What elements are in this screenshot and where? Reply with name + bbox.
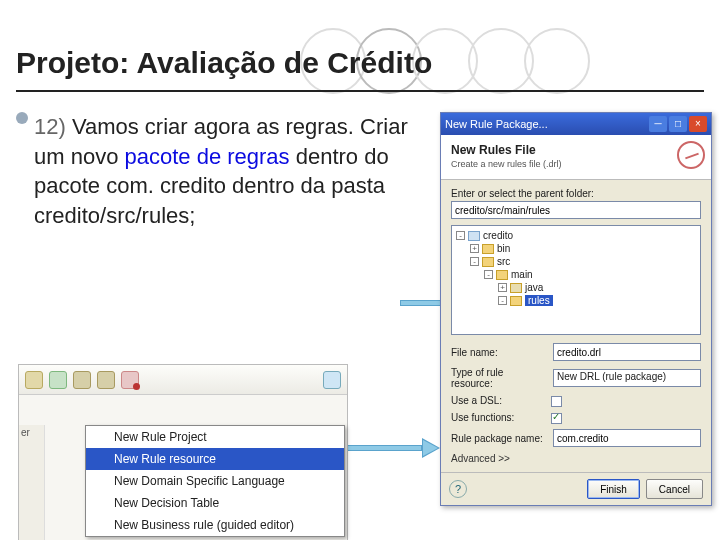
use-functions-label: Use functions: [451,412,547,423]
tree-toggle[interactable]: - [470,257,479,266]
package-icon [510,283,522,293]
folder-icon [510,296,522,306]
filename-input[interactable] [553,343,701,361]
tree-node-src[interactable]: src [497,256,510,267]
slide-title: Projeto: Avaliação de Crédito [16,46,432,80]
tree-node-java[interactable]: java [525,282,543,293]
drools-wizard-icon [677,141,705,169]
finish-button[interactable]: Finish [587,479,640,499]
advanced-toggle[interactable]: Advanced >> [451,453,701,464]
menu-item-new-decision-table[interactable]: New Decision Table [86,492,344,514]
toolbar-icon-2[interactable] [49,371,67,389]
side-fragment: er [19,425,45,540]
package-name-label: Rule package name: [451,433,547,444]
bullet-number: 12) [34,114,66,139]
eclipse-toolbar [19,365,347,395]
tree-toggle[interactable]: + [498,283,507,292]
wizard-header-subtitle: Create a new rules file (.drl) [451,159,701,169]
maximize-button[interactable]: □ [669,116,687,132]
minimize-button[interactable]: ─ [649,116,667,132]
tree-node-bin[interactable]: bin [497,243,510,254]
cancel-button[interactable]: Cancel [646,479,703,499]
parent-folder-label: Enter or select the parent folder: [451,188,701,199]
menu-item-new-rule-resource[interactable]: New Rule resource [86,448,344,470]
new-rule-package-dialog: New Rule Package... ─ □ × New Rules File… [440,112,712,506]
folder-tree[interactable]: -credito +bin -src -main +java -rules [451,225,701,335]
tree-toggle[interactable]: - [498,296,507,305]
dialog-title: New Rule Package... [445,118,647,130]
toolbar-drools-icon[interactable] [121,371,139,389]
tree-node-rules[interactable]: rules [525,295,553,306]
new-rule-context-menu: New Rule Project New Rule resource New D… [85,425,345,537]
tree-toggle[interactable]: - [456,231,465,240]
parent-folder-input[interactable] [451,201,701,219]
toolbar-open-icon[interactable] [323,371,341,389]
wizard-header: New Rules File Create a new rules file (… [441,135,711,180]
wizard-header-title: New Rules File [451,143,701,157]
tree-toggle[interactable]: + [470,244,479,253]
text-lead: Vamos criar agora as regras. [72,114,360,139]
rule-type-select[interactable]: New DRL (rule package) [553,369,701,387]
toolbar-icon-1[interactable] [25,371,43,389]
slide-body-text: 12) Vamos criar agora as regras. Criar u… [34,112,424,231]
filename-label: File name: [451,347,547,358]
menu-item-new-dsl[interactable]: New Domain Specific Language [86,470,344,492]
help-icon[interactable]: ? [449,480,467,498]
package-name-input[interactable] [553,429,701,447]
side-text-top: er [21,427,42,438]
folder-icon [482,257,494,267]
toolbar-icon-3[interactable] [73,371,91,389]
dialog-titlebar[interactable]: New Rule Package... ─ □ × [441,113,711,135]
project-icon [468,231,480,241]
folder-icon [496,270,508,280]
wizard-footer: ? Finish Cancel [441,472,711,505]
menu-item-new-business-rule[interactable]: New Business rule (guided editor) [86,514,344,536]
text-highlight: pacote de regras [125,144,290,169]
eclipse-toolbar-panel: er New Rule Project New Rule resource Ne… [18,364,348,540]
use-dsl-label: Use a DSL: [451,395,547,406]
title-underline [16,90,704,92]
tree-node-main[interactable]: main [511,269,533,280]
use-functions-checkbox[interactable] [551,413,562,424]
wizard-body: Enter or select the parent folder: -cred… [441,180,711,472]
close-button[interactable]: × [689,116,707,132]
toolbar-icon-4[interactable] [97,371,115,389]
menu-item-new-rule-project[interactable]: New Rule Project [86,426,344,448]
tree-toggle[interactable]: - [484,270,493,279]
rule-type-label: Type of rule resource: [451,367,547,389]
tree-node-credito[interactable]: credito [483,230,513,241]
use-dsl-checkbox[interactable] [551,396,562,407]
bullet-dot [16,112,28,124]
folder-icon [482,244,494,254]
